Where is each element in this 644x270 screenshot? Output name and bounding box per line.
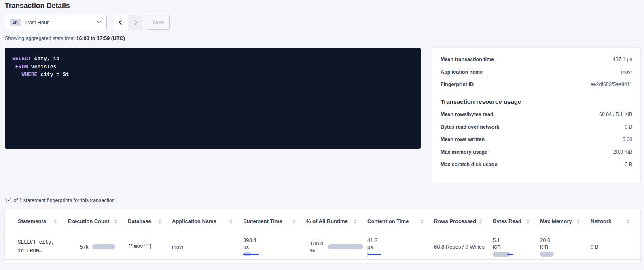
execution-count-cell: 57k	[68, 244, 128, 250]
sort-icon[interactable]	[354, 219, 357, 234]
column-header-max-memory[interactable]: Max Memory	[540, 218, 591, 234]
summary-value: ee2df683f5aa9411	[591, 82, 632, 87]
caption-time-range: 16:00 to 17:59 (UTC)	[76, 36, 125, 41]
column-header-bytes-read[interactable]: Bytes Read	[493, 218, 540, 234]
pct-of-runtime-bar	[328, 244, 363, 249]
table-header-row: Statements Execution Count Database Appl…	[5, 209, 640, 234]
sort-icon[interactable]	[292, 219, 296, 234]
summary-row: Mean rows/bytes read 68.84 / 5.1 KiB	[441, 108, 632, 120]
column-header-pct-of-runtime[interactable]: % of All Runtime	[306, 218, 367, 234]
summary-value: 437.1 µs	[613, 57, 632, 62]
summary-value: 0 B	[625, 124, 632, 130]
next-interval-button[interactable]	[128, 15, 142, 30]
sort-icon[interactable]	[526, 219, 530, 234]
transaction-sql-box: SELECT city, id FROM vehicles WHERE city…	[5, 48, 421, 149]
chevron-left-icon	[119, 20, 124, 25]
column-header-contention-time[interactable]: Contention Time	[367, 218, 434, 234]
column-header-statement-time[interactable]: Statement Time	[243, 218, 306, 234]
chevron-down-icon	[97, 19, 101, 23]
sort-icon[interactable]	[627, 219, 630, 234]
column-header-database[interactable]: Database	[128, 218, 172, 234]
summary-row: Mean transaction time 437.1 µs	[441, 53, 632, 65]
time-range-dropdown[interactable]: 1h Past Hour	[5, 15, 107, 30]
time-range-badge: 1h	[10, 19, 21, 26]
network-cell: 0 B	[591, 244, 640, 250]
summary-label: Max scratch disk usage	[441, 162, 497, 167]
summary-row: Mean rows written 0.00	[441, 133, 632, 146]
bytes-read-cell: 5.1 KiB	[493, 237, 540, 257]
summary-row: Bytes read over network 0 B	[441, 120, 632, 133]
time-step-buttons	[114, 15, 142, 30]
contention-time-cell: 41.2 µs	[367, 237, 434, 257]
column-header-rows-processed[interactable]: Rows Processed	[434, 218, 493, 234]
divider	[441, 94, 632, 94]
summary-value: 0.00	[623, 137, 632, 142]
statements-count-caption: 1-1 of 1 statement fingerprints for this…	[5, 198, 115, 203]
time-controls: 1h Past Hour Now	[5, 15, 170, 30]
database-cell: ["movr"]	[128, 243, 172, 251]
now-button[interactable]: Now	[147, 15, 170, 30]
sort-icon[interactable]	[229, 219, 233, 234]
summary-row: Application name movr	[441, 65, 632, 78]
summary-label: Mean rows/bytes read	[441, 112, 494, 117]
summary-row: Fingerprint ID ee2df683f5aa9411	[441, 78, 632, 91]
statement-time-bar	[243, 252, 262, 257]
sort-icon[interactable]	[479, 219, 482, 234]
sql-line: FROM vehicles	[12, 63, 413, 71]
sql-line: WHERE city = $1	[12, 71, 413, 79]
summary-label: Fingerprint ID	[441, 82, 474, 87]
summary-label: Bytes read over network	[441, 124, 499, 130]
previous-interval-button[interactable]	[114, 15, 128, 30]
sort-icon[interactable]	[158, 219, 161, 234]
pct-of-runtime-cell: 100.0 %	[306, 240, 367, 254]
summary-label: Application name	[441, 69, 483, 75]
execution-count-bar	[92, 244, 115, 249]
column-header-statements[interactable]: Statements	[18, 218, 68, 234]
max-memory-bar	[540, 252, 554, 257]
summary-label: Mean transaction time	[441, 57, 494, 62]
table-row: SELECT city, id FROM… 57k ["movr"] movr …	[5, 234, 640, 260]
column-header-execution-count[interactable]: Execution Count	[68, 218, 128, 234]
statements-table: Statements Execution Count Database Appl…	[5, 209, 640, 263]
summary-value: 20.0 KiB	[613, 149, 632, 155]
sort-icon[interactable]	[577, 219, 580, 234]
page-title: Transaction Details	[5, 2, 70, 10]
time-range-label: Past Hour	[25, 19, 49, 25]
sql-keyword: FROM	[15, 64, 28, 70]
sql-line: SELECT city, id	[12, 55, 413, 63]
max-memory-cell: 20.0 KiB	[540, 237, 591, 257]
summary-label: Mean rows written	[441, 137, 485, 142]
sort-icon[interactable]	[420, 219, 424, 234]
contention-time-bar	[367, 252, 383, 257]
statement-fingerprint-link[interactable]: SELECT city, id FROM…	[18, 238, 68, 255]
column-header-application-name[interactable]: Application Name	[172, 218, 243, 234]
column-header-network[interactable]: Network	[591, 218, 640, 234]
aggregated-stats-caption: Showing aggregated stats from 16:00 to 1…	[5, 36, 125, 41]
summary-value: 0 B	[625, 162, 632, 167]
statement-time-cell: 393.4 µs	[243, 237, 306, 257]
transaction-summary-card: Mean transaction time 437.1 µs Applicati…	[432, 48, 640, 183]
sql-keyword: WHERE	[21, 72, 37, 78]
sort-icon[interactable]	[114, 219, 117, 234]
chevron-right-icon	[132, 20, 138, 25]
summary-row: Max scratch disk usage 0 B	[441, 158, 632, 171]
summary-value: 68.84 / 5.1 KiB	[599, 112, 632, 117]
rows-processed-cell: 68.8 Reads / 0 Writes	[434, 244, 493, 250]
summary-row: Max memory usage 20.0 KiB	[441, 146, 632, 158]
sql-keyword: SELECT	[12, 56, 31, 62]
summary-value: movr	[621, 69, 632, 75]
resource-usage-title: Transaction resource usage	[441, 98, 632, 105]
summary-label: Max memory usage	[441, 149, 487, 155]
application-name-cell: movr	[172, 244, 243, 250]
caption-prefix: Showing aggregated stats from	[5, 36, 76, 41]
bytes-read-bar	[493, 252, 514, 257]
sort-icon[interactable]	[54, 219, 57, 234]
